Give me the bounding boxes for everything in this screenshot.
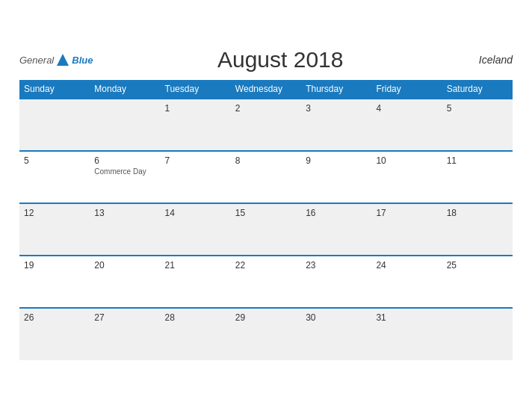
day-number: 8 — [235, 155, 297, 166]
calendar-week-row: 262728293031 — [19, 308, 513, 360]
day-number: 6 — [94, 155, 155, 166]
day-number: 9 — [306, 155, 367, 166]
calendar-week-row: 19202122232425 — [19, 256, 513, 308]
calendar-day-cell: 21 — [161, 256, 231, 308]
day-number: 2 — [235, 103, 297, 114]
logo: General Blue — [19, 52, 93, 67]
day-number: 15 — [235, 208, 297, 218]
day-number: 13 — [94, 208, 155, 218]
calendar-day-cell: 19 — [19, 256, 90, 308]
weekday-header: Monday — [90, 80, 160, 99]
day-number: 30 — [306, 312, 367, 323]
holiday-label: Commerce Day — [94, 167, 155, 176]
calendar-day-cell: 11 — [442, 151, 513, 203]
day-number: 5 — [24, 155, 85, 166]
calendar-day-cell: 8 — [231, 151, 301, 203]
calendar-day-cell: 15 — [231, 203, 301, 256]
day-number: 3 — [306, 103, 367, 114]
day-number: 24 — [376, 260, 437, 271]
logo-blue-text: Blue — [72, 55, 93, 66]
day-number: 20 — [94, 260, 155, 271]
calendar-day-cell: 31 — [371, 308, 442, 360]
calendar-day-cell: 5 — [19, 151, 90, 203]
day-number: 10 — [376, 155, 437, 166]
day-number: 16 — [306, 208, 367, 218]
calendar-day-cell: 2 — [231, 99, 301, 151]
day-number: 14 — [165, 208, 226, 218]
weekday-header: Wednesday — [231, 80, 301, 99]
calendar-week-row: 56Commerce Day7891011 — [19, 151, 513, 203]
calendar-day-cell: 30 — [301, 308, 371, 360]
calendar-week-row: 12345 — [19, 99, 513, 151]
calendar-day-cell: 29 — [231, 308, 301, 360]
calendar-day-cell: 5 — [442, 99, 513, 151]
calendar-day-cell: 22 — [231, 256, 301, 308]
day-number: 18 — [447, 208, 508, 218]
day-number: 22 — [235, 260, 297, 271]
calendar-day-cell: 25 — [442, 256, 513, 308]
weekday-header: Thursday — [301, 80, 371, 99]
calendar-day-cell: 1 — [161, 99, 231, 151]
calendar-day-cell: 14 — [161, 203, 231, 256]
weekday-header: Sunday — [19, 80, 90, 99]
svg-marker-0 — [57, 54, 69, 66]
country-label: Iceland — [468, 54, 513, 66]
calendar-day-cell — [19, 99, 90, 151]
calendar-day-cell: 16 — [301, 203, 371, 256]
calendar-day-cell: 4 — [371, 99, 442, 151]
day-number: 4 — [376, 103, 437, 114]
day-number: 19 — [24, 260, 85, 271]
day-number: 26 — [24, 312, 85, 323]
calendar-day-cell: 3 — [301, 99, 371, 151]
calendar-day-cell: 9 — [301, 151, 371, 203]
calendar-table: SundayMondayTuesdayWednesdayThursdayFrid… — [19, 80, 513, 360]
day-number: 17 — [376, 208, 437, 218]
day-number: 21 — [165, 260, 226, 271]
day-number: 5 — [447, 103, 508, 114]
calendar-day-cell — [90, 99, 160, 151]
day-number: 12 — [24, 208, 85, 218]
weekday-header: Saturday — [442, 80, 513, 99]
day-number: 27 — [94, 312, 155, 323]
calendar-container: General Blue August 2018 Iceland SundayM… — [8, 40, 524, 371]
calendar-week-row: 12131415161718 — [19, 203, 513, 256]
day-number: 23 — [306, 260, 367, 271]
calendar-day-cell: 20 — [90, 256, 160, 308]
calendar-day-cell: 23 — [301, 256, 371, 308]
calendar-day-cell — [442, 308, 513, 360]
logo-general-text: General — [19, 55, 54, 66]
weekday-header: Tuesday — [161, 80, 231, 99]
calendar-day-cell: 6Commerce Day — [90, 151, 160, 203]
logo-icon — [55, 52, 70, 67]
calendar-header: General Blue August 2018 Iceland — [19, 47, 513, 72]
weekday-header: Friday — [371, 80, 442, 99]
calendar-day-cell: 28 — [161, 308, 231, 360]
calendar-day-cell: 24 — [371, 256, 442, 308]
day-number: 25 — [447, 260, 508, 271]
day-number: 28 — [165, 312, 226, 323]
calendar-day-cell: 13 — [90, 203, 160, 256]
calendar-day-cell: 10 — [371, 151, 442, 203]
day-number: 11 — [447, 155, 508, 166]
day-number: 29 — [235, 312, 297, 323]
calendar-day-cell: 17 — [371, 203, 442, 256]
month-title: August 2018 — [93, 47, 468, 72]
day-number: 31 — [376, 312, 437, 323]
calendar-day-cell: 12 — [19, 203, 90, 256]
calendar-day-cell: 27 — [90, 308, 160, 360]
calendar-day-cell: 7 — [161, 151, 231, 203]
weekday-header-row: SundayMondayTuesdayWednesdayThursdayFrid… — [19, 80, 513, 99]
day-number: 1 — [165, 103, 226, 114]
day-number: 7 — [165, 155, 226, 166]
calendar-day-cell: 18 — [442, 203, 513, 256]
calendar-day-cell: 26 — [19, 308, 90, 360]
